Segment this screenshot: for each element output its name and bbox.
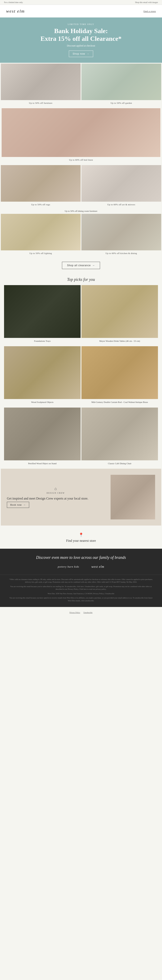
garden-item[interactable]: Up to 50% off garden: [82, 64, 161, 107]
legal-text-1: *Offer valid on clearance items ending i…: [8, 578, 154, 584]
banner-arrow-icon: →: [87, 52, 89, 55]
design-crew-section: ⌂ DESIGN CREW Get inspired and meet Desi…: [1, 469, 161, 525]
furniture-caption: Up to 50% off furniture: [29, 100, 52, 107]
meyer-image: [82, 285, 158, 338]
find-store-title: Find your nearest store: [4, 539, 158, 542]
brands-row: pottery barn kids west elm: [8, 565, 154, 569]
pick-item-petrified[interactable]: Petrified Wood Object on Stand: [4, 407, 80, 468]
dc-logo-text: DESIGN CREW: [47, 492, 65, 494]
dining-label: Up to 50% off dining room furniture: [0, 209, 162, 213]
garden-caption: Up to 50% off garden: [110, 100, 132, 107]
find-nearest-store-section: 📍 Find your nearest store: [0, 527, 162, 549]
banner-title: Bank Holiday Sale:Extra 15% off all Clea…: [4, 27, 158, 43]
rugs-image: [1, 165, 80, 202]
top-picks-section: Top picks for you Foundations Trays Meye…: [0, 273, 162, 468]
discover-brands-section: Discover even more to love across our fa…: [0, 549, 162, 575]
pick-item-wood-sculpt[interactable]: Wood Sculptural Objects: [4, 346, 80, 407]
lighting-image: [1, 214, 80, 250]
footer-privacy-link[interactable]: Privacy Policy: [69, 611, 80, 614]
curtain-image: [82, 346, 158, 399]
top-bar: For a limited time only. Shop this email…: [0, 0, 162, 5]
lighting-caption: Up to 50% off lighting: [29, 250, 52, 257]
banner-cta-label: Shop now: [73, 52, 85, 55]
picks-grid: Foundations Trays Meyer Wooden Drink Tab…: [4, 285, 158, 468]
foundations-image: [4, 285, 80, 338]
art-item[interactable]: Up to 60% off art & mirrors: [82, 165, 161, 208]
discover-title: Discover even more to love across our fa…: [8, 555, 154, 560]
rugs-caption: Up to 50% off rugs: [31, 202, 50, 208]
bedlinen-section[interactable]: Up to 60% off bed linen: [0, 107, 162, 164]
location-icon: 📍: [4, 533, 158, 537]
footer-links: Privacy Policy Unsubscribe: [0, 607, 162, 617]
foundations-caption: Foundations Trays: [33, 338, 52, 345]
furniture-image: [1, 64, 80, 100]
pick-item-cafe-chair[interactable]: Classic Café Dining Chair: [82, 407, 158, 468]
dc-title: Get inspired and meet Design Crew expert…: [7, 496, 104, 501]
bedlinen-caption: Up to 60% off bed linen: [69, 157, 93, 164]
top-picks-title: Top picks for you: [4, 277, 158, 282]
brand-west-elm[interactable]: west elm: [91, 565, 104, 569]
shop-all-section: Shop all clearance →: [0, 258, 162, 273]
garden-image: [82, 64, 161, 100]
pick-item-foundations[interactable]: Foundations Trays: [4, 285, 80, 345]
legal-text-2: You are receiving this email because you…: [8, 585, 154, 591]
legal-section: *Offer valid on clearance items ending i…: [0, 575, 162, 607]
rugs-art-section: Up to 50% off rugs Up to 60% off art & m…: [0, 164, 162, 209]
meyer-caption: Meyer Wooden Drink Tables (46 cm - 53 cm…: [99, 338, 141, 345]
top-bar-left: For a limited time only.: [4, 1, 23, 3]
legal-text-3: West Elm, 3250 Van Ness Avenue, San Fran…: [8, 592, 154, 595]
wood-sculpt-image: [4, 346, 80, 399]
petrified-caption: Petrified Wood Object on Stand: [27, 460, 57, 468]
rugs-item[interactable]: Up to 50% off rugs: [1, 165, 80, 208]
banner-cta-button[interactable]: Shop now →: [69, 51, 93, 57]
shop-all-label: Shop all clearance: [67, 264, 91, 267]
pick-item-curtain[interactable]: Mid-Century Double Curtain Rod - Coal Wa…: [82, 346, 158, 407]
banner-subtitle: Discount applied at checkout: [4, 44, 158, 47]
top-bar-right: Shop this email with images: [135, 1, 158, 3]
art-caption: Up to 60% off art & mirrors: [107, 202, 135, 208]
brand-pottery-barn-kids[interactable]: pottery barn kids: [58, 565, 79, 568]
design-crew-text: ⌂ DESIGN CREW Get inspired and meet Desi…: [7, 486, 104, 508]
logo: west elm: [6, 8, 25, 14]
bedlinen-image: [2, 108, 160, 157]
shop-all-arrow-icon: →: [92, 264, 95, 267]
petrified-image: [4, 407, 80, 460]
kitchen-dining-image: [82, 214, 161, 250]
promo-banner: LIMITED TIME ONLY Bank Holiday Sale:Extr…: [0, 18, 162, 63]
curtain-caption: Mid-Century Double Curtain Rod - Coal Wa…: [91, 399, 149, 407]
wood-sculpt-caption: Wood Sculptural Objects: [30, 399, 54, 407]
design-crew-image: [110, 475, 155, 519]
cafe-chair-image: [82, 407, 158, 460]
dc-logo: ⌂ DESIGN CREW: [7, 486, 104, 494]
footer-unsubscribe-link[interactable]: Unsubscribe: [83, 611, 93, 614]
furniture-garden-section: Up to 50% off furniture Up to 50% off ga…: [0, 63, 162, 107]
pick-item-meyer[interactable]: Meyer Wooden Drink Tables (46 cm - 53 cm…: [82, 285, 158, 345]
shop-all-button[interactable]: Shop all clearance →: [62, 262, 100, 269]
dc-arrow-icon: →: [23, 504, 26, 506]
cafe-chair-caption: Classic Café Dining Chair: [107, 460, 132, 468]
kitchen-dining-item[interactable]: Up to 60% off kitchen & dining: [82, 214, 161, 257]
lighting-item[interactable]: Up to 50% off lighting: [1, 214, 80, 257]
dc-house-icon: ⌂: [55, 486, 57, 491]
banner-limited-text: LIMITED TIME ONLY: [4, 23, 158, 25]
dc-btn-label: Book now: [10, 504, 22, 506]
header: west elm find a store: [0, 5, 162, 18]
design-crew-book-button[interactable]: Book now →: [7, 502, 29, 508]
find-store-link[interactable]: find a store: [143, 10, 156, 13]
legal-text-4: You are receiving this email because you…: [8, 597, 154, 602]
furniture-item[interactable]: Up to 50% off furniture: [1, 64, 80, 107]
kitchen-dining-caption: Up to 60% off kitchen & dining: [105, 250, 137, 257]
art-image: [82, 165, 161, 202]
lighting-dining-section: Up to 50% off lighting Up to 60% off kit…: [0, 213, 162, 258]
